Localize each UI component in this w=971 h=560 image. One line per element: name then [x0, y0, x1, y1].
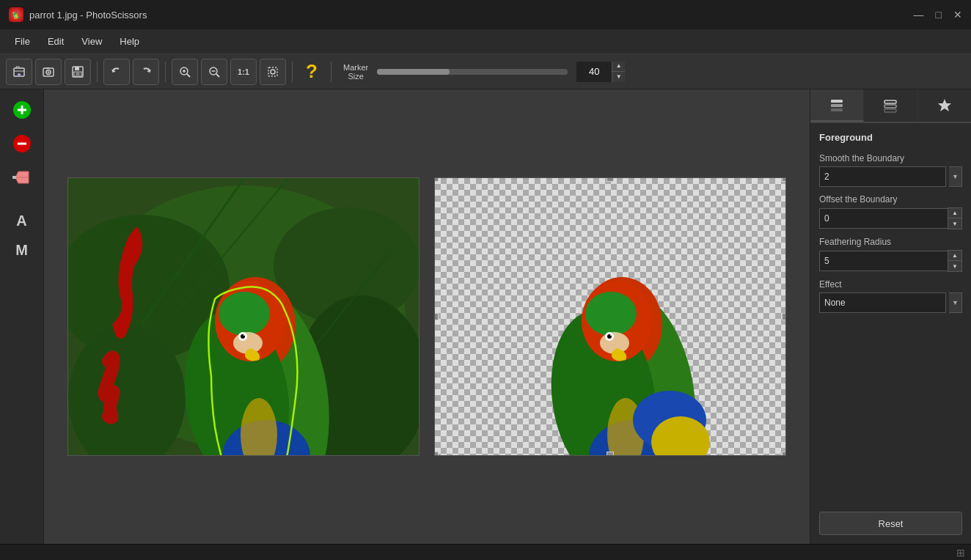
text-tool-m[interactable]: M: [7, 237, 37, 262]
tab-background[interactable]: [864, 89, 917, 122]
offset-boundary-input[interactable]: [819, 208, 948, 229]
sep2: [165, 62, 166, 82]
svg-point-57: [585, 292, 637, 336]
svg-line-10: [187, 74, 190, 77]
offset-down[interactable]: ▼: [948, 218, 961, 229]
svg-rect-16: [268, 67, 277, 76]
window-controls: — □ ✕: [914, 9, 962, 21]
menu-help[interactable]: Help: [111, 33, 148, 50]
feathering-down[interactable]: ▼: [948, 261, 961, 271]
text-tool-a[interactable]: A: [7, 208, 37, 233]
tab-layers[interactable]: [810, 89, 864, 122]
panel-tabs: [810, 89, 971, 123]
marker-size-spin-buttons: ▲ ▼: [612, 62, 625, 82]
panel-spacer: [810, 322, 971, 512]
layers-icon: [829, 97, 845, 113]
add-foreground-tool[interactable]: [7, 95, 37, 125]
offset-boundary-spinbtns: ▲ ▼: [948, 207, 962, 229]
tab-effects[interactable]: [918, 89, 971, 122]
feathering-radius-input[interactable]: [819, 251, 948, 271]
offset-boundary-label: Offset the Boundary: [819, 194, 962, 205]
smooth-boundary-arrow: ▼: [949, 166, 962, 187]
eraser-tool[interactable]: [7, 163, 37, 192]
menubar: File Edit View Help: [0, 29, 971, 54]
status-corner-icon: ⊞: [956, 547, 965, 559]
menu-file[interactable]: File: [6, 33, 39, 50]
redo-button[interactable]: [133, 59, 159, 85]
effect-arrow: ▼: [949, 292, 962, 313]
marker-size-down[interactable]: ▼: [612, 72, 625, 82]
result-image-svg: [435, 178, 786, 456]
result-image-panel[interactable]: [434, 177, 786, 456]
toolbar: 1:1 ? Marker Size 40 ▲ ▼: [0, 54, 971, 89]
offset-up[interactable]: ▲: [948, 208, 961, 218]
maximize-button[interactable]: □: [936, 9, 942, 21]
feathering-radius-section: Feathering Radius ▲ ▼: [819, 237, 962, 272]
left-tools-panel: A M: [0, 89, 44, 544]
titlebar: 🦜 parrot 1.jpg - PhotoScissors — □ ✕: [0, 0, 971, 29]
marker-size-up[interactable]: ▲: [612, 62, 625, 72]
canvas-area[interactable]: [44, 89, 810, 544]
zoom-out-button[interactable]: [201, 59, 227, 85]
panel-body: Foreground Smooth the Boundary 2 0 1 3 4…: [810, 123, 971, 322]
marker-size-spinbox: 40 ▲ ▼: [576, 62, 625, 82]
foreground-section-label: Foreground: [819, 132, 962, 143]
svg-point-47: [243, 334, 245, 336]
zoom-1to1-label: 1:1: [238, 67, 249, 76]
original-image-panel[interactable]: [67, 177, 419, 456]
offset-boundary-section: Offset the Boundary ▲ ▼: [819, 194, 962, 229]
resize-handle-tl[interactable]: [434, 177, 439, 182]
svg-point-61: [610, 334, 612, 336]
minimize-button[interactable]: —: [914, 9, 924, 21]
resize-handle-right[interactable]: [782, 313, 786, 320]
svg-point-43: [219, 292, 270, 336]
open-button[interactable]: [6, 59, 32, 85]
svg-rect-6: [75, 67, 79, 70]
svg-rect-67: [884, 105, 896, 108]
marker-size-slider-track[interactable]: [377, 69, 568, 75]
sep3: [292, 62, 293, 82]
smooth-boundary-select[interactable]: 2 0 1 3 4 5: [819, 166, 946, 187]
svg-rect-4: [46, 67, 49, 69]
offset-boundary-control: ▲ ▼: [819, 207, 962, 229]
remove-background-tool[interactable]: [7, 129, 37, 158]
resize-handle-br[interactable]: [782, 452, 786, 456]
smooth-boundary-control: 2 0 1 3 4 5 ▼: [819, 166, 962, 187]
screenshot-button[interactable]: [35, 59, 62, 85]
reset-button[interactable]: Reset: [819, 512, 962, 535]
zoom-fit-button[interactable]: [260, 59, 286, 85]
effect-control: None Blur Sharpen ▼: [819, 292, 962, 313]
feathering-radius-spinbtns: ▲ ▼: [948, 250, 962, 272]
resize-handle-left[interactable]: [434, 313, 439, 320]
svg-rect-25: [12, 176, 16, 179]
menu-view[interactable]: View: [73, 33, 111, 50]
svg-rect-66: [884, 100, 896, 103]
marker-size-label: Marker Size: [343, 63, 368, 81]
help-button[interactable]: ?: [298, 59, 325, 85]
feathering-radius-label: Feathering Radius: [819, 237, 962, 247]
original-image-svg: [68, 178, 419, 456]
svg-point-17: [271, 70, 275, 74]
zoom-1to1-button[interactable]: 1:1: [230, 59, 257, 85]
zoom-in-button[interactable]: [172, 59, 198, 85]
close-button[interactable]: ✕: [953, 9, 962, 21]
help-icon: ?: [306, 60, 318, 83]
svg-rect-8: [76, 73, 80, 75]
effect-section: Effect None Blur Sharpen ▼: [819, 279, 962, 313]
canvas-view: [44, 89, 810, 544]
right-panel: Foreground Smooth the Boundary 2 0 1 3 4…: [810, 89, 971, 544]
resize-handle-bottom[interactable]: [607, 452, 614, 456]
menu-edit[interactable]: Edit: [39, 33, 73, 50]
resize-handle-bl[interactable]: [434, 452, 439, 456]
svg-rect-63: [831, 100, 843, 103]
main-area: A M: [0, 89, 971, 544]
svg-line-14: [216, 74, 219, 77]
marker-size-display[interactable]: 40: [576, 62, 612, 82]
resize-handle-top[interactable]: [607, 177, 614, 182]
undo-button[interactable]: [103, 59, 130, 85]
resize-handle-tr[interactable]: [782, 177, 786, 182]
app-icon: 🦜: [9, 7, 23, 22]
effect-select[interactable]: None Blur Sharpen: [819, 292, 946, 313]
feathering-up[interactable]: ▲: [948, 251, 961, 261]
save-button[interactable]: [65, 59, 91, 85]
